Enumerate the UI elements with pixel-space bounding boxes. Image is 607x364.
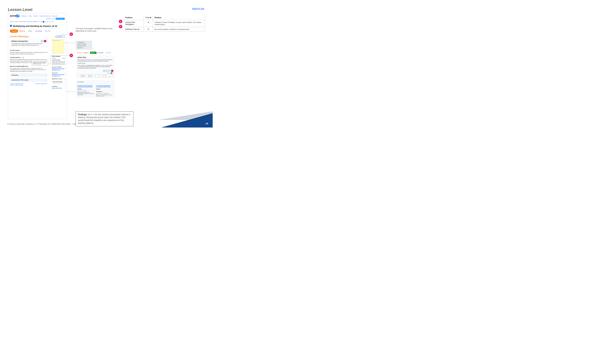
curriculum-expectations-tab[interactable]: Curriculum Expectations <box>96 85 111 87</box>
copy-icon[interactable]: ⎘ <box>106 70 108 72</box>
tab-consolidate[interactable]: Consolidate <box>96 52 104 54</box>
user-pill[interactable]: Rosi Marshal... <box>55 18 65 20</box>
curriculum-accordion[interactable]: Curriculum⌄ <box>10 73 48 77</box>
sum-it-up-heading[interactable]: Sum It UP <box>52 72 58 74</box>
present-icon[interactable]: ▭ <box>44 40 46 42</box>
tab-planning[interactable]: Planning <box>76 52 82 54</box>
this-lesson-heading: This Lesson <box>52 55 65 57</box>
dropdown-opt-teacher[interactable]: Teacher Content <box>77 43 91 45</box>
display-filter-select[interactable]: Display All <box>56 35 65 38</box>
subnav-notes[interactable]: My Notes <box>46 18 51 19</box>
nav-prof-learning[interactable]: Professional Learning <box>40 15 51 17</box>
back-topic-link[interactable]: ‹ Back to Topic Planning <box>10 84 23 86</box>
dropdown-opt-all[interactable]: Display All <box>77 41 91 43</box>
activities-heading[interactable]: Activities <box>52 86 57 87</box>
findings-label: Findings: <box>78 113 87 116</box>
lesson-title: 1 Multiplying and Dividing by Powers of … <box>10 25 65 27</box>
main-nav: Dashboard Grades Activities Professional… <box>21 15 57 17</box>
handle-text: The Learning Goal for students should be… <box>10 68 48 72</box>
page-title: Lesson Level <box>8 7 32 12</box>
tab-planning[interactable]: Planning <box>10 29 18 33</box>
link-icon[interactable]: 🔗 <box>41 40 43 42</box>
curriculum-card: Curriculum⌄ Essential Understandings Num… <box>76 80 115 98</box>
copyright-text: © Savvas Learning Company LLC Proprietar… <box>7 123 76 125</box>
chevron-down-icon: ⌄ <box>45 74 46 76</box>
action-tab-screenshot: Planning Minds On Action Consolidate You… <box>76 52 115 98</box>
info-icon[interactable]: i <box>23 57 24 58</box>
slide-corner: 19 <box>147 103 213 128</box>
sub-nav: My Notes Help Rosi Marshal... <box>10 18 65 19</box>
sticky-note[interactable]: Write Note Here <box>52 39 64 53</box>
lesson-part-tabs: Planning Minds On Action Consolidate You… <box>10 29 65 33</box>
activities-link[interactable]: Games and Puzzles <box>52 88 65 89</box>
assessment-accordion[interactable]: Assessment in This Lesson⌄ <box>10 78 48 82</box>
info-icon[interactable]: i <box>27 36 29 38</box>
display-dropdown-expanded: Display All Teacher Content Student Task… <box>76 41 92 50</box>
nav-dashboard[interactable]: Dashboard <box>21 15 27 17</box>
present-icon[interactable]: ▭ <box>111 70 113 72</box>
learning-goal-text: Explain how multiplication and division … <box>52 61 65 65</box>
tab-action[interactable]: Action <box>90 52 96 54</box>
action-task-card: Action Task Students can work in pairs. … <box>76 55 115 79</box>
subnav-help[interactable]: Help <box>52 18 54 19</box>
annotation-badge-r: R <box>69 54 73 57</box>
materials-heading[interactable]: Materials & Tools <box>52 78 62 79</box>
definition-tooltip: power of 10: a number that is written as… <box>32 60 48 65</box>
in-this-lesson-text: Students multiply and divide whole numbe… <box>10 52 48 55</box>
feature-note: Like topic-level pages, available featur… <box>76 27 114 32</box>
download-icon[interactable]: ⇩ <box>108 70 111 72</box>
feature-comparison-table: Feature Y or N Realize Lesson Part Navig… <box>124 15 205 32</box>
col-feature: Feature <box>124 15 144 20</box>
nav-grades[interactable]: Grades <box>28 15 32 17</box>
action-part-tabs: Planning Minds On Action Consolidate You… <box>76 52 115 54</box>
annotation-badge-r: R <box>119 25 122 28</box>
tab-your-turn[interactable]: Your Turn <box>43 29 52 33</box>
findings-box: Findings: No 1-1 for the student present… <box>76 111 133 126</box>
tab-action[interactable]: Action <box>27 29 33 33</box>
col-realize: Realize <box>153 15 205 20</box>
table-row: Definition Pop-up N No current solution,… <box>124 27 205 32</box>
table-row: Lesson Part Navigation N Limited to 3 te… <box>124 20 205 27</box>
visible-toggle[interactable] <box>111 72 113 74</box>
tab-minds-on[interactable]: Minds On <box>83 52 90 54</box>
show-all-link[interactable]: Show All <box>52 58 56 59</box>
lesson-planning-heading: Lesson Planningi <box>10 35 29 38</box>
visible-label: Visible <box>107 73 110 74</box>
material-card[interactable]: Place-value charts(millions to thousandt… <box>52 80 65 84</box>
place-value-chart <box>78 75 113 77</box>
annotation-badge-q: Q <box>119 20 122 23</box>
success-criteria-link[interactable]: Multiplying and Dividing by Powers of 10 <box>52 68 65 71</box>
mathup-logo: MATHUP <box>10 15 20 17</box>
col-yn: Y or N <box>144 15 153 20</box>
essential-understandings-tab[interactable]: Essential Understandings <box>78 85 92 87</box>
page-number: 19 <box>205 122 208 125</box>
student-learning-goal-card: 🔗 ▭ Student Learning Goal I can explain … <box>10 39 48 48</box>
sum-it-up-link[interactable]: Multiplying and Dividing by Powers of 10 <box>52 74 65 77</box>
nav-activities[interactable]: Activities <box>33 15 38 17</box>
mathup-link[interactable]: MathUP link <box>192 7 204 10</box>
hide-all-link[interactable]: Hide All <box>62 58 65 59</box>
link-icon[interactable]: 🔗 <box>103 70 105 72</box>
chevron-down-icon[interactable]: ⌄ <box>112 81 113 83</box>
continue-minds-link[interactable]: Continue to Minds On › <box>35 83 48 86</box>
breadcrumb: Grade 8 / Number: Whole Number and Decim… <box>10 21 65 23</box>
back-diagnostic-link[interactable]: ‹ Back to Diagnostic Task <box>10 83 24 84</box>
dropdown-opt-student[interactable]: Student Tasks & Questions <box>77 45 91 49</box>
chevron-down-icon: ⌄ <box>45 79 46 81</box>
nav-resources[interactable]: Resources <box>52 15 57 17</box>
learning-goal-heading[interactable]: Learning Goal <box>52 59 60 61</box>
lesson-sidebar: Write Note Here This Lesson Show All Hid… <box>52 39 65 89</box>
annotation-badge-q: Q <box>69 32 73 36</box>
tab-consolidate[interactable]: Consolidate <box>33 29 43 33</box>
tab-your-turn[interactable]: Your Turn <box>105 52 112 54</box>
success-criteria-heading[interactable]: Success Criteria <box>52 66 62 68</box>
tab-minds-on[interactable]: Minds On <box>18 29 27 33</box>
